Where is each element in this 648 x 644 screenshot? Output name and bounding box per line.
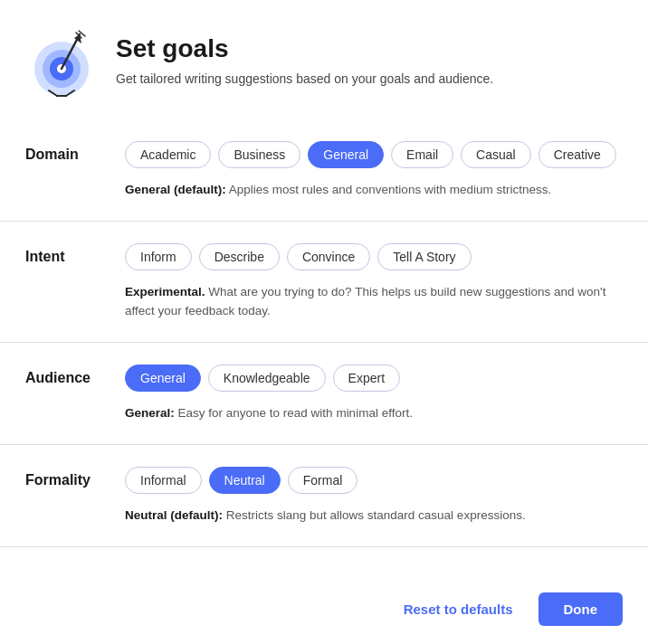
intent-label: Intent: [25, 243, 125, 320]
intent-description-bold: Experimental.: [125, 285, 205, 298]
page-subtitle: Get tailored writing suggestions based o…: [116, 71, 493, 89]
formality-btn-neutral[interactable]: Neutral: [209, 467, 281, 494]
domain-description: General (default): Applies most rules an…: [125, 181, 623, 199]
domain-options: Academic Business General Email Casual C…: [125, 141, 623, 168]
domain-btn-business[interactable]: Business: [218, 141, 300, 168]
domain-btn-casual[interactable]: Casual: [461, 141, 531, 168]
formality-btn-formal[interactable]: Formal: [288, 467, 358, 494]
domain-btn-academic[interactable]: Academic: [125, 141, 211, 168]
audience-description-bold: General:: [125, 406, 175, 420]
formality-btn-informal[interactable]: Informal: [125, 467, 202, 494]
domain-btn-general[interactable]: General: [308, 141, 384, 168]
audience-description: General: Easy for anyone to read with mi…: [125, 404, 623, 422]
audience-label: Audience: [25, 365, 125, 422]
formality-description-bold: Neutral (default):: [125, 508, 223, 522]
intent-options: Inform Describe Convince Tell A Story: [125, 243, 623, 270]
formality-options: Informal Neutral Formal: [125, 467, 623, 494]
intent-btn-convince[interactable]: Convince: [287, 243, 370, 270]
audience-content: General Knowledgeable Expert General: Ea…: [125, 365, 623, 422]
audience-btn-general[interactable]: General: [125, 365, 201, 392]
intent-description: Experimental. What are you trying to do?…: [125, 283, 623, 320]
audience-description-text: Easy for anyone to read with minimal eff…: [175, 406, 413, 420]
formality-content: Informal Neutral Formal Neutral (default…: [125, 467, 623, 525]
formality-description-text: Restricts slang but allows standard casu…: [223, 508, 526, 522]
domain-description-bold: General (default):: [125, 183, 226, 196]
intent-btn-inform[interactable]: Inform: [125, 243, 192, 270]
domain-description-text: Applies most rules and conventions with …: [226, 183, 551, 196]
intent-content: Inform Describe Convince Tell A Story Ex…: [125, 243, 623, 320]
audience-btn-knowledgeable[interactable]: Knowledgeable: [208, 365, 326, 392]
intent-btn-describe[interactable]: Describe: [199, 243, 280, 270]
audience-options: General Knowledgeable Expert: [125, 365, 623, 392]
domain-content: Academic Business General Email Casual C…: [125, 141, 623, 199]
domain-btn-email[interactable]: Email: [391, 141, 453, 168]
audience-btn-expert[interactable]: Expert: [333, 365, 400, 392]
formality-section: Formality Informal Neutral Formal Neutra…: [0, 445, 648, 547]
page-title: Set goals: [116, 34, 493, 63]
footer: Reset to defaults Done: [0, 574, 648, 644]
intent-btn-tell-a-story[interactable]: Tell A Story: [377, 243, 471, 270]
domain-section: Domain Academic Business General Email C…: [0, 119, 648, 222]
domain-label: Domain: [25, 141, 125, 199]
intent-section: Intent Inform Describe Convince Tell A S…: [0, 222, 648, 343]
done-button[interactable]: Done: [538, 592, 624, 626]
formality-description: Neutral (default): Restricts slang but a…: [125, 507, 623, 525]
formality-label: Formality: [25, 467, 125, 525]
logo: [25, 25, 98, 98]
header-text: Set goals Get tailored writing suggestio…: [116, 34, 493, 89]
header: Set goals Get tailored writing suggestio…: [0, 0, 648, 119]
audience-section: Audience General Knowledgeable Expert Ge…: [0, 343, 648, 445]
domain-btn-creative[interactable]: Creative: [538, 141, 616, 168]
set-goals-page: Set goals Get tailored writing suggestio…: [0, 0, 648, 644]
reset-button[interactable]: Reset to defaults: [393, 594, 524, 624]
